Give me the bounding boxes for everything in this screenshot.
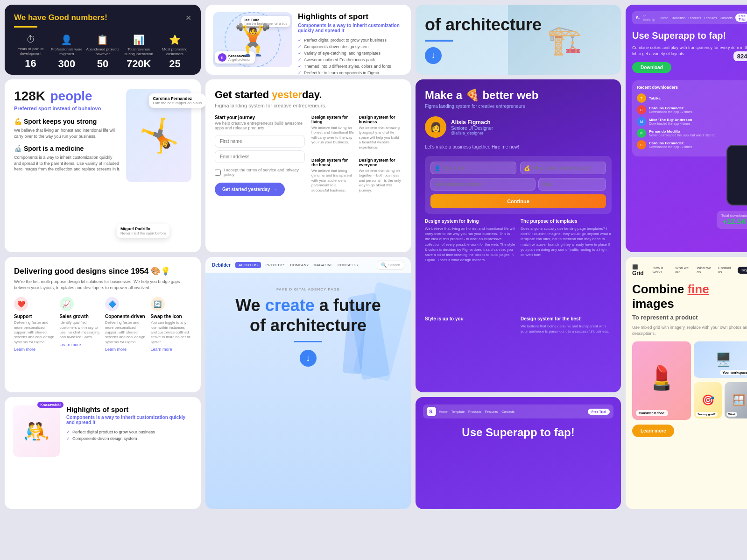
superapp-bottom-logo: S.	[427, 407, 436, 416]
agency-logo: Debilder	[212, 262, 231, 268]
nav-company[interactable]: COMPANY	[290, 263, 309, 267]
download-count-badge: 824.	[733, 51, 747, 61]
grid-nav-contact[interactable]: Contact us	[718, 266, 734, 274]
128k-number: 128K	[14, 89, 45, 103]
learn-more-support[interactable]: Learn more	[14, 347, 55, 352]
nav-about[interactable]: ABOUT US	[235, 262, 261, 268]
grid-img-workspace: 🖥️ Your workspace	[694, 341, 747, 378]
128k-image: 🤸 Carolina Fernandez I am the best rappe…	[126, 89, 191, 243]
agency-scroll-button[interactable]: ↓	[300, 350, 317, 367]
grid-nav-how[interactable]: How it works	[653, 266, 671, 274]
grid-nav-who[interactable]: Who we are	[675, 266, 693, 274]
agency-search[interactable]: 🔍 Search	[377, 261, 404, 269]
128k-tagline: Preferred sport instead of buhalovo	[14, 106, 120, 111]
hire-text: Let's make a business together. Hire me …	[425, 144, 612, 149]
stat-customers: ⭐ Most promising customers 25	[158, 34, 191, 70]
sport-feature-2: ✓ Components-driven design system	[66, 436, 192, 441]
superapp-nav: S. do suarship Home Transition Products …	[632, 11, 747, 24]
arch-blue-bar	[425, 40, 453, 42]
stat-development: ⏱ Years of pain of development 16	[14, 34, 47, 70]
first-name-input[interactable]	[215, 135, 305, 148]
superapp-bottom-title: Use Superapp to fap!	[423, 426, 613, 439]
agency-card: Debilder ABOUT US PROJECTS COMPANY MAGAZ…	[205, 257, 411, 509]
content-columns: Design system for living We believe that…	[425, 219, 612, 383]
fake-label: FAKE DIGITAL AGENCY PAGE	[215, 287, 402, 291]
search-icon: 🔍	[381, 262, 387, 268]
sports-subtitle: Components is a way to inherit customiza…	[298, 23, 403, 33]
journey-sub: We help creative entrepreneurs build awe…	[215, 121, 305, 130]
learn-more-swap[interactable]: Learn more	[151, 347, 192, 352]
col-best: Design system for the best! We believe t…	[521, 316, 612, 383]
downloader-item-4: F Fernando Mudillo Never downloaded this…	[637, 128, 747, 138]
sport-bottom-image: 🤼 Krassavchik!	[13, 405, 60, 457]
nav-projects[interactable]: PROJECTS	[266, 263, 286, 267]
downloader-item-3: M Mike 'The Big' Anderson Downloaded the…	[637, 117, 747, 126]
address-input[interactable]	[430, 178, 536, 191]
grid-nav-what[interactable]: What we do	[697, 266, 714, 274]
grid-img-window: 🪟 Wind	[725, 382, 747, 418]
superapp-logo: S.	[636, 15, 640, 20]
agency-nav: Debilder ABOUT US PROJECTS COMPANY MAGAZ…	[205, 257, 411, 273]
superapp-card: S. do suarship Home Transition Products …	[626, 5, 747, 252]
continue-button[interactable]: Continue	[430, 194, 606, 208]
128k-label: people	[50, 89, 92, 103]
stat-revenue: 📊 Total revenue during interaction 720K	[122, 34, 155, 70]
arch-down-button[interactable]: ↓	[425, 47, 442, 64]
learn-more-components[interactable]: Learn more	[105, 347, 146, 352]
sport-strong-desc: We believe that living an honest and int…	[14, 128, 120, 139]
profile-row: 👩 Alisia Figmach Seniore UI Designer @al…	[425, 116, 612, 138]
design-systems-grid: Design system for living We believe that…	[311, 115, 402, 196]
budget-input[interactable]	[520, 162, 606, 174]
superapp-bottom-card: S. Home Template Products Features Conta…	[416, 397, 621, 509]
agency-headline: We create a futureof architecture	[215, 295, 402, 335]
better-web-title: Make a 🍕 better web	[425, 89, 612, 102]
learn-more-button[interactable]: Learn more	[632, 425, 674, 437]
get-started-button[interactable]: Get started yesterday →	[215, 183, 285, 196]
date-input[interactable]	[538, 178, 606, 191]
sports-highlight-card: 🏋️ K Krassavchik! Angel protector Ice Tu…	[205, 5, 411, 75]
nav-contacts[interactable]: CONTACTS	[338, 263, 358, 267]
grid-sign-button[interactable]: Sign	[738, 267, 747, 274]
128k-people-card: 128K people Preferred sport instead of b…	[5, 79, 201, 252]
sports-features: ✓Perfect digital product to grow your bu…	[298, 38, 403, 75]
downloader-item-1: T Tabika	[637, 93, 747, 103]
superapp-download-button[interactable]: Download	[632, 62, 671, 73]
get-started-subtitle: Figma landing system for creative entrep…	[215, 103, 402, 108]
superapp-trial-button[interactable]: Free Trial	[735, 14, 747, 22]
profile-name: Alisia Figmach	[451, 119, 493, 126]
stat-abandoned: 📋 Abandoned projects however 50	[86, 34, 119, 70]
grid-title: Combine fine images	[632, 282, 747, 311]
delivering-card: Delivering good designs since 1954 🎨💡 We…	[5, 257, 201, 392]
grid-img-see-goal: 🎯 See my goal?	[694, 382, 722, 418]
grid-image-layout: 💄 Consider it done. 🖥️ Your workspace 🎯 …	[632, 341, 747, 420]
better-web-subtitle: Figma landing system for creative entrep…	[425, 104, 612, 109]
col-templates: The purpose of templates Does anyone act…	[521, 219, 612, 312]
terms-row: I accept the terms of service and privac…	[215, 168, 305, 177]
architecture-top-card: of architecture ↓ 🏗️	[416, 5, 621, 75]
delivering-desc: We're the first multi-purpose design kit…	[14, 279, 191, 291]
good-numbers-card: We have Good numbers! ✕ ⏱ Years of pain …	[5, 5, 201, 75]
learn-more-sales[interactable]: Learn more	[60, 342, 101, 347]
features-grid: ❤️ Support Delivering faster and more pe…	[14, 297, 191, 352]
name-input[interactable]	[430, 162, 516, 174]
feature-sales: 📈 Sales growth Identify qualified custom…	[60, 297, 101, 352]
title-underline	[14, 26, 37, 28]
email-input[interactable]	[215, 150, 305, 163]
window-label: Wind	[726, 412, 737, 417]
profile-role: Seniore UI Designer	[451, 126, 493, 131]
sport-bottom-content: Highlights of sport Components is a way …	[66, 405, 192, 501]
close-icon[interactable]: ✕	[185, 14, 191, 22]
superapp-bottom-trial-button[interactable]: Free Trial	[588, 409, 610, 415]
grid-subtitle: To represent a product	[632, 314, 747, 321]
downloader-item-2: C Carolina Fernandez Downloaded the app …	[637, 105, 747, 114]
grid-img-tall: 💄 Consider it done.	[632, 341, 691, 420]
ds-boost: Design system for the boost We believe t…	[311, 158, 354, 196]
user-float-1: Carolina Fernandez I am the best rapper …	[149, 93, 205, 108]
terms-checkbox[interactable]	[215, 170, 221, 176]
img-consider-label: Consider it done.	[636, 410, 668, 416]
good-numbers-title: We have Good numbers!	[14, 13, 107, 22]
arch-title: of architecture	[425, 15, 542, 34]
get-started-title: Get started yesterday.	[215, 89, 402, 101]
contact-form: 👤 💰 Continue	[425, 156, 612, 214]
nav-magazine[interactable]: MAGAZINE	[313, 263, 333, 267]
